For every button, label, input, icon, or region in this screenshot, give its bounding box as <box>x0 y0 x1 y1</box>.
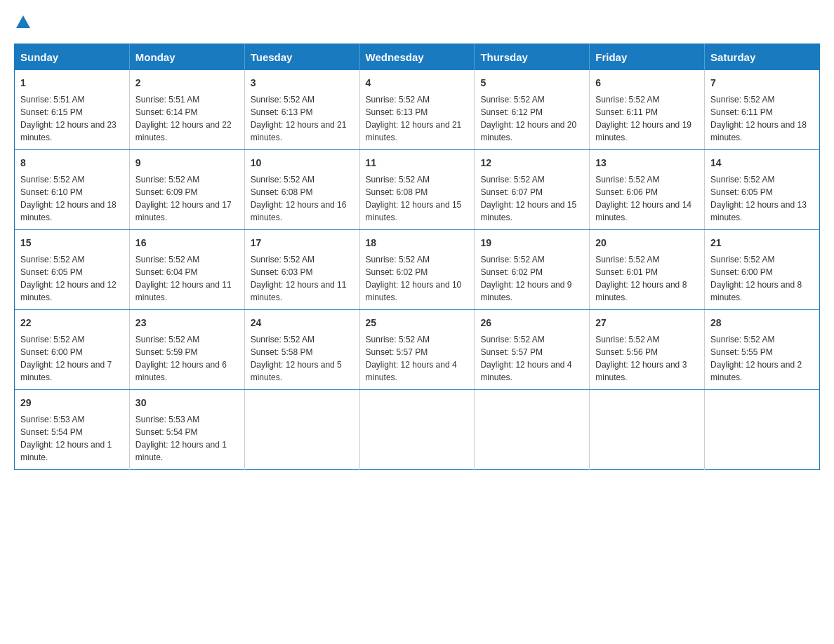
calendar-cell: 1 Sunrise: 5:51 AMSunset: 6:15 PMDayligh… <box>15 70 130 150</box>
day-info: Sunrise: 5:52 AMSunset: 6:09 PMDaylight:… <box>135 175 232 222</box>
calendar-cell: 22 Sunrise: 5:52 AMSunset: 6:00 PMDaylig… <box>15 310 130 390</box>
calendar-cell <box>590 390 705 470</box>
calendar-cell: 21 Sunrise: 5:52 AMSunset: 6:00 PMDaylig… <box>705 230 820 310</box>
weekday-header-wednesday: Wednesday <box>359 44 475 71</box>
calendar-cell: 6 Sunrise: 5:52 AMSunset: 6:11 PMDayligh… <box>590 70 705 150</box>
day-info: Sunrise: 5:51 AMSunset: 6:15 PMDaylight:… <box>20 95 117 142</box>
calendar-cell: 19 Sunrise: 5:52 AMSunset: 6:02 PMDaylig… <box>475 230 590 310</box>
day-number: 12 <box>480 156 583 170</box>
day-info: Sunrise: 5:52 AMSunset: 6:00 PMDaylight:… <box>20 335 112 382</box>
day-number: 21 <box>710 236 814 250</box>
calendar-cell: 16 Sunrise: 5:52 AMSunset: 6:04 PMDaylig… <box>129 230 244 310</box>
day-number: 8 <box>20 156 124 170</box>
day-info: Sunrise: 5:52 AMSunset: 6:13 PMDaylight:… <box>251 95 347 142</box>
day-info: Sunrise: 5:52 AMSunset: 6:01 PMDaylight:… <box>595 255 687 302</box>
day-info: Sunrise: 5:52 AMSunset: 5:57 PMDaylight:… <box>480 335 571 382</box>
calendar-week-row: 15 Sunrise: 5:52 AMSunset: 6:05 PMDaylig… <box>15 230 820 310</box>
calendar-cell: 28 Sunrise: 5:52 AMSunset: 5:55 PMDaylig… <box>705 310 820 390</box>
day-info: Sunrise: 5:52 AMSunset: 6:10 PMDaylight:… <box>20 175 117 222</box>
day-info: Sunrise: 5:52 AMSunset: 6:05 PMDaylight:… <box>710 175 807 222</box>
calendar-cell: 15 Sunrise: 5:52 AMSunset: 6:05 PMDaylig… <box>15 230 130 310</box>
day-info: Sunrise: 5:52 AMSunset: 6:07 PMDaylight:… <box>480 175 576 222</box>
calendar-cell <box>359 390 475 470</box>
day-number: 3 <box>251 76 354 90</box>
day-info: Sunrise: 5:52 AMSunset: 6:12 PMDaylight:… <box>480 95 576 142</box>
day-number: 15 <box>20 236 124 250</box>
day-number: 16 <box>135 236 239 250</box>
calendar-cell: 9 Sunrise: 5:52 AMSunset: 6:09 PMDayligh… <box>129 150 244 230</box>
calendar-cell: 17 Sunrise: 5:52 AMSunset: 6:03 PMDaylig… <box>244 230 359 310</box>
day-number: 28 <box>710 316 814 330</box>
day-info: Sunrise: 5:52 AMSunset: 6:02 PMDaylight:… <box>480 255 571 302</box>
weekday-header-friday: Friday <box>590 44 705 71</box>
day-info: Sunrise: 5:52 AMSunset: 5:59 PMDaylight:… <box>135 335 227 382</box>
day-number: 4 <box>366 76 469 90</box>
day-number: 14 <box>710 156 814 170</box>
calendar-cell: 18 Sunrise: 5:52 AMSunset: 6:02 PMDaylig… <box>359 230 475 310</box>
day-number: 22 <box>20 316 124 330</box>
calendar-cell: 25 Sunrise: 5:52 AMSunset: 5:57 PMDaylig… <box>359 310 475 390</box>
day-info: Sunrise: 5:52 AMSunset: 6:08 PMDaylight:… <box>366 175 462 222</box>
day-number: 2 <box>135 76 239 90</box>
calendar-cell: 14 Sunrise: 5:52 AMSunset: 6:05 PMDaylig… <box>705 150 820 230</box>
day-info: Sunrise: 5:52 AMSunset: 6:04 PMDaylight:… <box>135 255 232 302</box>
day-number: 13 <box>595 156 699 170</box>
logo <box>14 14 31 29</box>
calendar-cell: 2 Sunrise: 5:51 AMSunset: 6:14 PMDayligh… <box>129 70 244 150</box>
day-info: Sunrise: 5:52 AMSunset: 5:58 PMDaylight:… <box>251 335 342 382</box>
day-number: 26 <box>480 316 583 330</box>
day-info: Sunrise: 5:52 AMSunset: 6:05 PMDaylight:… <box>20 255 117 302</box>
calendar-cell: 29 Sunrise: 5:53 AMSunset: 5:54 PMDaylig… <box>15 390 130 470</box>
day-info: Sunrise: 5:52 AMSunset: 6:02 PMDaylight:… <box>366 255 462 302</box>
svg-marker-0 <box>16 15 30 28</box>
day-number: 6 <box>595 76 699 90</box>
calendar-cell: 23 Sunrise: 5:52 AMSunset: 5:59 PMDaylig… <box>129 310 244 390</box>
calendar-cell <box>705 390 820 470</box>
calendar-cell: 13 Sunrise: 5:52 AMSunset: 6:06 PMDaylig… <box>590 150 705 230</box>
weekday-header-monday: Monday <box>129 44 244 71</box>
calendar-cell: 26 Sunrise: 5:52 AMSunset: 5:57 PMDaylig… <box>475 310 590 390</box>
day-info: Sunrise: 5:53 AMSunset: 5:54 PMDaylight:… <box>135 415 227 462</box>
day-number: 19 <box>480 236 583 250</box>
calendar-cell: 4 Sunrise: 5:52 AMSunset: 6:13 PMDayligh… <box>359 70 475 150</box>
day-info: Sunrise: 5:52 AMSunset: 6:11 PMDaylight:… <box>595 95 691 142</box>
calendar-week-row: 8 Sunrise: 5:52 AMSunset: 6:10 PMDayligh… <box>15 150 820 230</box>
day-info: Sunrise: 5:52 AMSunset: 6:00 PMDaylight:… <box>710 255 802 302</box>
calendar-week-row: 22 Sunrise: 5:52 AMSunset: 6:00 PMDaylig… <box>15 310 820 390</box>
calendar-week-row: 1 Sunrise: 5:51 AMSunset: 6:15 PMDayligh… <box>15 70 820 150</box>
day-info: Sunrise: 5:52 AMSunset: 5:56 PMDaylight:… <box>595 335 687 382</box>
day-number: 25 <box>366 316 469 330</box>
day-info: Sunrise: 5:51 AMSunset: 6:14 PMDaylight:… <box>135 95 232 142</box>
day-number: 17 <box>251 236 354 250</box>
page-header <box>14 14 820 29</box>
weekday-header-thursday: Thursday <box>475 44 590 71</box>
logo-triangle-icon <box>15 14 31 29</box>
day-number: 11 <box>366 156 469 170</box>
day-number: 1 <box>20 76 124 90</box>
weekday-header-saturday: Saturday <box>705 44 820 71</box>
day-number: 27 <box>595 316 699 330</box>
day-number: 29 <box>20 396 124 410</box>
day-info: Sunrise: 5:52 AMSunset: 5:57 PMDaylight:… <box>366 335 457 382</box>
day-number: 23 <box>135 316 239 330</box>
day-info: Sunrise: 5:52 AMSunset: 6:03 PMDaylight:… <box>251 255 347 302</box>
day-number: 9 <box>135 156 239 170</box>
calendar-cell: 30 Sunrise: 5:53 AMSunset: 5:54 PMDaylig… <box>129 390 244 470</box>
day-number: 24 <box>251 316 354 330</box>
day-info: Sunrise: 5:52 AMSunset: 6:13 PMDaylight:… <box>366 95 462 142</box>
day-info: Sunrise: 5:52 AMSunset: 5:55 PMDaylight:… <box>710 335 802 382</box>
calendar-cell: 11 Sunrise: 5:52 AMSunset: 6:08 PMDaylig… <box>359 150 475 230</box>
calendar-cell: 7 Sunrise: 5:52 AMSunset: 6:11 PMDayligh… <box>705 70 820 150</box>
day-number: 10 <box>251 156 354 170</box>
calendar-cell <box>475 390 590 470</box>
calendar-cell: 10 Sunrise: 5:52 AMSunset: 6:08 PMDaylig… <box>244 150 359 230</box>
day-number: 20 <box>595 236 699 250</box>
weekday-header-sunday: Sunday <box>15 44 130 71</box>
calendar-cell: 3 Sunrise: 5:52 AMSunset: 6:13 PMDayligh… <box>244 70 359 150</box>
calendar-cell <box>244 390 359 470</box>
day-number: 7 <box>710 76 814 90</box>
day-number: 18 <box>366 236 469 250</box>
day-info: Sunrise: 5:53 AMSunset: 5:54 PMDaylight:… <box>20 415 112 462</box>
calendar-cell: 12 Sunrise: 5:52 AMSunset: 6:07 PMDaylig… <box>475 150 590 230</box>
calendar-header-row: SundayMondayTuesdayWednesdayThursdayFrid… <box>15 44 820 71</box>
